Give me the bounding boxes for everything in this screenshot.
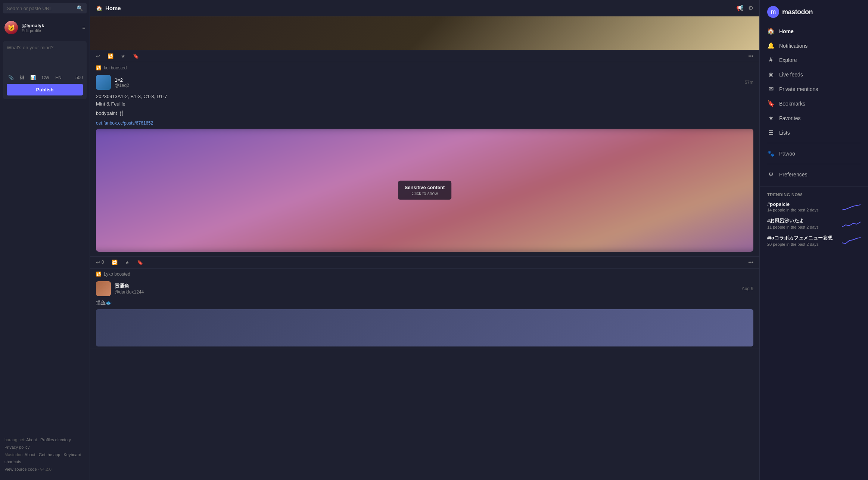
live-feeds-nav-icon: ◉ [767, 71, 775, 78]
compose-toolbar: 📎 🖼 📊 CW EN 500 [7, 72, 83, 81]
sidebar-item-favorites[interactable]: ★ Favorites [763, 111, 865, 125]
boost-action[interactable]: 🔁 [108, 53, 113, 59]
favorite-action[interactable]: ★ [121, 53, 125, 59]
post-2-link[interactable]: oet.fanbox.cc/posts/6761652 [96, 120, 153, 126]
boost-indicator-icon-3: 🔁 [96, 272, 102, 277]
search-input[interactable] [7, 6, 77, 11]
boost-indicator-3: 🔁 Lyko boosted [90, 269, 759, 278]
lang-button[interactable]: EN [54, 74, 63, 81]
post-2-avatar-image [96, 75, 111, 90]
left-sidebar: 🔍 🐱 @lymalyk Edit profile ≡ 📎 🖼 📊 CW EN … [0, 0, 90, 480]
post-1: ↩ 🔁 ★ 🔖 ••• [90, 16, 759, 62]
search-bar[interactable]: 🔍 [3, 3, 87, 13]
sidebar-item-preferences[interactable]: ⚙ Preferences [763, 167, 865, 182]
preferences-nav-icon: ⚙ [767, 171, 775, 178]
about-link[interactable]: About [26, 437, 37, 442]
reply-action[interactable]: ↩ [96, 53, 100, 59]
sensitive-content-wrapper[interactable]: Sensitive content Click to show [96, 129, 753, 252]
settings-icon[interactable]: ⚙ [748, 4, 753, 12]
trend-2-count: 11 people in the past 2 days [767, 225, 842, 229]
post-2-actions: ↩ 0 🔁 ★ 🔖 ••• [90, 256, 759, 268]
boosted-by-label: koi boosted [104, 65, 127, 70]
post-2-line-1: 20230913A1-2, B1-3, C1-8, D1-7 [96, 93, 753, 100]
post-3-line-1: 摸鱼🐟 [96, 299, 753, 307]
cw-button[interactable]: CW [40, 74, 51, 81]
post-2-favorite-action[interactable]: ★ [125, 260, 130, 265]
megaphone-icon[interactable]: 📢 [736, 4, 744, 12]
post-1-actions: ↩ 🔁 ★ 🔖 ••• [90, 50, 759, 62]
post-2-reply-action[interactable]: ↩ 0 [96, 260, 104, 265]
version-label: v4.2.0 [40, 467, 52, 471]
post-3-author-name: 贡通角 [115, 283, 742, 289]
footer-line-1: baraag.net: About · Profiles directory ·… [4, 436, 85, 451]
post-3-author: 贡通角 @darkfox1244 Aug 9 [96, 281, 753, 296]
compose-box: 📎 🖼 📊 CW EN 500 Publish [3, 41, 87, 99]
private-mentions-nav-label: Private mentions [779, 86, 818, 92]
post-2: 🔁 koi boosted 1=2 @1eq2 57m 20230913A1-2… [90, 62, 759, 269]
sidebar-item-live-feeds[interactable]: ◉ Live feeds [763, 67, 865, 82]
boost-icon-2: 🔁 [112, 260, 118, 265]
boost-icon: 🔁 [108, 53, 113, 59]
sidebar-item-lists[interactable]: ☰ Lists [763, 125, 865, 140]
star-icon-2: ★ [125, 260, 130, 265]
post-2-boost-action[interactable]: 🔁 [112, 260, 118, 265]
pawoo-nav-label: Pawoo [779, 151, 795, 157]
main-feed: 🏠 Home 📢 ⚙ ↩ 🔁 ★ 🔖 ••• 🔁 [90, 0, 760, 480]
bookmark-action[interactable]: 🔖 [133, 53, 139, 59]
poll-icon[interactable]: 📊 [29, 74, 37, 81]
favorites-nav-label: Favorites [779, 115, 801, 121]
trend-item-2[interactable]: #お風呂沸いたよ 11 people in the past 2 days [767, 217, 861, 229]
bookmark-icon: 🔖 [133, 53, 139, 59]
sidebar-item-bookmarks[interactable]: 🔖 Bookmarks [763, 96, 865, 111]
attach-icon[interactable]: 📎 [7, 74, 15, 81]
trend-item-1[interactable]: #popsicle 14 people in the past 2 days [767, 201, 861, 212]
sidebar-item-notifications[interactable]: 🔔 Notifications [763, 38, 865, 53]
sidebar-item-private-mentions[interactable]: ✉ Private mentions [763, 82, 865, 96]
post-2-bookmark-action[interactable]: 🔖 [137, 260, 143, 265]
mastodon-about-link[interactable]: About [25, 452, 35, 457]
profile-edit-link[interactable]: Edit profile [22, 28, 82, 33]
sensitive-subtitle: Click to show [405, 191, 445, 196]
sidebar-item-pawoo[interactable]: 🐾 Pawoo [763, 146, 865, 161]
trend-2-info: #お風呂沸いたよ 11 people in the past 2 days [767, 217, 842, 229]
get-app-link[interactable]: Get the app [39, 452, 60, 457]
trending-section: TRENDING NOW #popsicle 14 people in the … [760, 186, 868, 258]
logo-icon: m [767, 6, 779, 18]
profile-handle: @lymalyk [22, 23, 82, 28]
trend-2-tag: #お風呂沸いたよ [767, 217, 842, 224]
publish-button[interactable]: Publish [7, 84, 83, 95]
post-author: 1=2 @1eq2 57m [96, 75, 753, 90]
char-count: 500 [75, 75, 83, 80]
sidebar-item-home[interactable]: 🏠 Home [763, 24, 865, 38]
trend-3-info: #ioコラボカフェメニュー妄想 20 people in the past 2 … [767, 235, 842, 247]
profile-menu-icon[interactable]: ≡ [82, 25, 85, 31]
more-action[interactable]: ••• [748, 53, 753, 59]
star-icon: ★ [121, 53, 125, 59]
view-source-link[interactable]: View source code [4, 467, 37, 471]
post-3-time: Aug 9 [742, 286, 753, 291]
post-3-image[interactable] [96, 309, 753, 346]
post-2-reply-count: 0 [102, 260, 104, 265]
home-icon: 🏠 [96, 5, 102, 11]
sensitive-title: Sensitive content [405, 184, 445, 190]
notifications-nav-icon: 🔔 [767, 42, 775, 49]
sidebar-item-explore[interactable]: # Explore [763, 53, 865, 67]
post-3-author-handle: @darkfox1244 [115, 289, 742, 295]
profiles-directory-link[interactable]: Profiles directory [40, 437, 71, 442]
compose-textarea[interactable] [7, 45, 83, 71]
private-mentions-nav-icon: ✉ [767, 85, 775, 92]
trend-item-3[interactable]: #ioコラボカフェメニュー妄想 20 people in the past 2 … [767, 235, 861, 247]
post-2-content: 20230913A1-2, B1-3, C1-8, D1-7 Mint & Fe… [96, 93, 753, 117]
post-2-more-action[interactable]: ••• [748, 260, 753, 265]
image-icon[interactable]: 🖼 [18, 74, 26, 81]
footer-line-3: View source code · v4.2.0 [4, 466, 85, 473]
privacy-policy-link[interactable]: Privacy policy [4, 445, 29, 449]
trend-3-tag: #ioコラボカフェメニュー妄想 [767, 235, 842, 241]
post-2-line-2: Mint & Feuille [96, 100, 753, 108]
nav-menu: 🏠 Home 🔔 Notifications # Explore ◉ Live … [760, 22, 868, 183]
trend-1-tag: #popsicle [767, 201, 842, 207]
trending-title: TRENDING NOW [767, 192, 861, 197]
reply-icon: ↩ [96, 53, 100, 59]
explore-nav-icon: # [767, 57, 775, 63]
sensitive-overlay[interactable]: Sensitive content Click to show [398, 181, 452, 200]
